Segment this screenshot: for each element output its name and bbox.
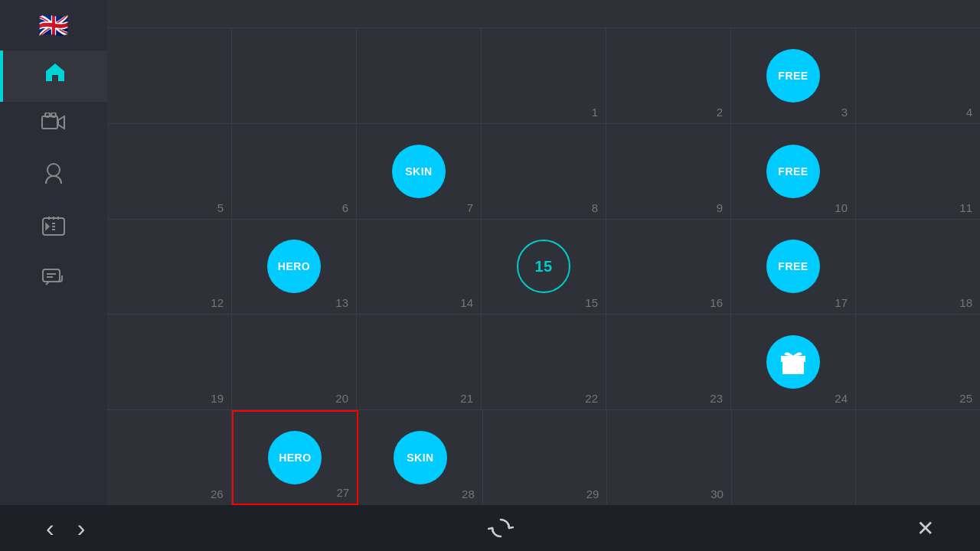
calendar-cell-1-6[interactable]: 11 bbox=[856, 124, 980, 219]
day-number: 3 bbox=[841, 106, 848, 119]
gift-badge bbox=[766, 335, 820, 389]
sidebar-item-home[interactable] bbox=[0, 51, 107, 102]
close-icon: ✕ bbox=[916, 516, 934, 541]
calendar-cell-0-5[interactable]: FREE3 bbox=[731, 28, 856, 123]
calendar-row-3: 1920212223 2425 bbox=[107, 315, 980, 410]
hero-badge: HERO bbox=[267, 240, 321, 293]
calendar-cell-3-2[interactable]: 21 bbox=[357, 315, 482, 409]
day-number: 22 bbox=[585, 392, 598, 405]
calendar-row-4: 26HERO27SKIN282930 bbox=[107, 410, 980, 505]
header-tue bbox=[357, 0, 482, 28]
day-number: 4 bbox=[966, 106, 972, 119]
prev-button[interactable]: ‹ bbox=[46, 514, 54, 543]
calendar-cell-4-0[interactable]: 26 bbox=[107, 410, 232, 505]
header-sun bbox=[107, 0, 232, 28]
calendar-cell-2-3[interactable]: 1515 bbox=[482, 220, 606, 315]
day-number: 8 bbox=[592, 201, 598, 214]
sidebar-item-hero[interactable] bbox=[0, 152, 107, 204]
calendar-grid: 12FREE3456SKIN789FREE101112HERO131415151… bbox=[107, 28, 980, 505]
day-number: 5 bbox=[217, 201, 224, 214]
calendar-cell-0-2[interactable] bbox=[357, 28, 482, 123]
calendar-cell-4-3[interactable]: 29 bbox=[483, 410, 608, 505]
day-number: 17 bbox=[835, 296, 848, 309]
calendar-cell-4-2[interactable]: SKIN28 bbox=[358, 410, 483, 505]
calendar-row-0: 12FREE34 bbox=[107, 28, 980, 124]
calendar-cell-3-4[interactable]: 23 bbox=[606, 315, 731, 409]
calendar-cell-2-2[interactable]: 14 bbox=[357, 220, 482, 315]
svg-point-1 bbox=[45, 112, 50, 117]
free-badge: FREE bbox=[766, 49, 820, 103]
calendar-cell-1-3[interactable]: 8 bbox=[482, 124, 606, 219]
calendar-cell-0-4[interactable]: 2 bbox=[606, 28, 731, 123]
day-number: 1 bbox=[592, 106, 598, 119]
sidebar-item-forum[interactable] bbox=[0, 257, 107, 310]
day-number: 24 bbox=[835, 392, 848, 405]
calendar-cell-0-3[interactable]: 1 bbox=[482, 28, 606, 123]
video-icon bbox=[41, 112, 66, 138]
sidebar-item-video[interactable] bbox=[0, 102, 107, 152]
calendar-cell-2-5[interactable]: FREE17 bbox=[731, 220, 856, 315]
calendar-cell-2-6[interactable]: 18 bbox=[856, 220, 980, 315]
hero-badge: HERO bbox=[268, 431, 322, 484]
calendar-cell-3-5[interactable]: 24 bbox=[731, 315, 856, 409]
svg-point-3 bbox=[47, 164, 60, 176]
prev-icon: ‹ bbox=[46, 514, 54, 543]
header-fri bbox=[730, 0, 855, 28]
free-badge: FREE bbox=[766, 240, 820, 293]
day-number: 2 bbox=[717, 106, 723, 119]
day-number: 7 bbox=[467, 201, 473, 214]
free-badge: FREE bbox=[766, 145, 820, 198]
today-badge: 15 bbox=[517, 240, 570, 293]
calendar-cell-3-1[interactable]: 20 bbox=[232, 315, 357, 409]
day-number: 6 bbox=[342, 201, 348, 214]
next-button[interactable]: › bbox=[77, 514, 86, 543]
skin-badge: SKIN bbox=[392, 145, 446, 198]
calendar-cell-4-4[interactable]: 30 bbox=[607, 410, 732, 505]
day-number: 23 bbox=[710, 392, 723, 405]
day-number: 13 bbox=[335, 296, 348, 309]
svg-rect-10 bbox=[792, 356, 795, 374]
day-number: 9 bbox=[717, 201, 723, 214]
calendar-cell-2-1[interactable]: HERO13 bbox=[232, 220, 357, 315]
day-number: 28 bbox=[462, 487, 475, 500]
day-number: 20 bbox=[335, 392, 348, 405]
header-wed bbox=[482, 0, 606, 28]
day-number: 29 bbox=[586, 487, 599, 500]
calendar-row-1: 56SKIN789FREE1011 bbox=[107, 124, 980, 220]
calendar-main: 12FREE3456SKIN789FREE101112HERO131415151… bbox=[107, 0, 980, 505]
calendar-cell-4-1[interactable]: HERO27 bbox=[232, 410, 359, 505]
day-number: 26 bbox=[211, 487, 224, 500]
refresh-icon bbox=[488, 515, 514, 541]
calendar-cell-4-5[interactable] bbox=[732, 410, 857, 505]
calendar-cell-2-4[interactable]: 16 bbox=[606, 220, 731, 315]
skin-badge: SKIN bbox=[394, 431, 447, 484]
msc-icon bbox=[41, 215, 66, 243]
day-number: 11 bbox=[959, 201, 972, 214]
sidebar-item-msc[interactable] bbox=[0, 204, 107, 257]
calendar-cell-3-6[interactable]: 25 bbox=[856, 315, 980, 409]
day-number: 19 bbox=[211, 392, 224, 405]
calendar-cell-1-1[interactable]: 6 bbox=[232, 124, 357, 219]
close-button[interactable]: ✕ bbox=[916, 516, 934, 541]
calendar-cell-1-4[interactable]: 9 bbox=[606, 124, 731, 219]
forum-icon bbox=[41, 268, 66, 296]
calendar-cell-2-0[interactable]: 12 bbox=[107, 220, 232, 315]
calendar-cell-1-5[interactable]: FREE10 bbox=[731, 124, 856, 219]
calendar-cell-1-0[interactable]: 5 bbox=[107, 124, 232, 219]
calendar-cell-0-6[interactable]: 4 bbox=[856, 28, 980, 123]
calendar-cell-1-2[interactable]: SKIN7 bbox=[357, 124, 482, 219]
refresh-button[interactable] bbox=[488, 515, 514, 541]
calendar-header bbox=[107, 0, 980, 28]
sidebar: 🇬🇧 bbox=[0, 0, 107, 505]
calendar-cell-3-0[interactable]: 19 bbox=[107, 315, 232, 409]
day-number: 27 bbox=[336, 486, 349, 499]
calendar-cell-0-1[interactable] bbox=[232, 28, 357, 123]
language-flag[interactable]: 🇬🇧 bbox=[34, 6, 73, 44]
calendar-cell-4-6[interactable] bbox=[856, 410, 980, 505]
next-icon: › bbox=[77, 514, 86, 543]
day-number: 12 bbox=[211, 296, 224, 309]
calendar-cell-0-0[interactable] bbox=[107, 28, 232, 123]
day-number: 30 bbox=[710, 487, 724, 500]
day-number: 16 bbox=[710, 296, 723, 309]
calendar-cell-3-3[interactable]: 22 bbox=[482, 315, 606, 409]
